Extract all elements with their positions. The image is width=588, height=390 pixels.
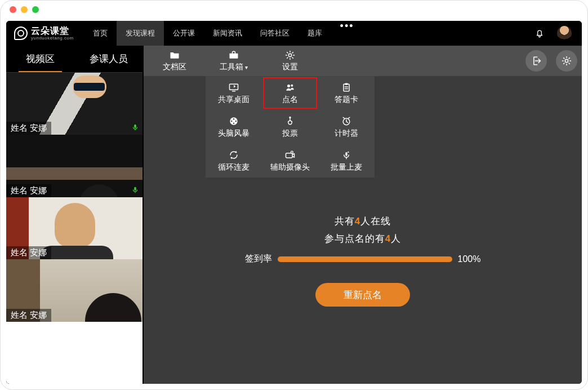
fullscreen-window-icon[interactable] [32, 6, 39, 13]
svg-point-17 [289, 116, 291, 118]
video-label: 姓名 安娜 [6, 309, 51, 322]
nav-items: 首页 发现课程 公开课 新闻资讯 问答社区 题库 ••• [84, 21, 363, 46]
settings-label: 设置 [282, 62, 298, 72]
toolbox-button[interactable]: 工具箱 [206, 46, 262, 76]
content-area: 文档区 工具箱 设置 [144, 46, 582, 384]
aux-camera-button[interactable]: 辅助摄像头 [262, 144, 318, 178]
dd-label: 共享桌面 [218, 95, 250, 105]
nav-qa[interactable]: 问答社区 [251, 21, 299, 46]
clipboard-icon [340, 82, 353, 93]
svg-rect-4 [230, 54, 238, 59]
share-desktop-button[interactable]: 共享桌面 [206, 76, 262, 110]
brainstorm-button[interactable]: 头脑风暴 [206, 110, 262, 144]
svg-point-6 [565, 59, 568, 62]
loop-mic-button[interactable]: 循环连麦 [206, 144, 262, 178]
svg-point-9 [291, 84, 293, 86]
doc-area-button[interactable]: 文档区 [144, 46, 206, 76]
nav-more-icon[interactable]: ••• [331, 21, 363, 46]
briefcase-icon [228, 50, 240, 61]
content-toolbar: 文档区 工具箱 设置 [144, 46, 582, 76]
toolbox-label: 工具箱 [220, 62, 248, 72]
traffic-lights [1, 1, 587, 12]
dd-label: 计时器 [335, 128, 358, 139]
nav-discover[interactable]: 发现课程 [117, 21, 164, 46]
svg-point-13 [233, 118, 235, 120]
video-label: 姓名 安娜 [6, 246, 51, 259]
rate-label: 签到率 [245, 253, 272, 265]
dd-label: 辅助摄像头 [270, 162, 310, 172]
tab-video[interactable]: 视频区 [6, 46, 74, 72]
rate-progress-bar [278, 256, 452, 262]
restart-rollcall-button[interactable]: 重新点名 [315, 283, 410, 307]
close-window-icon[interactable] [10, 6, 16, 13]
svg-rect-19 [286, 153, 293, 157]
app-frame: 云朵课堂 yunduoketang.com 首页 发现课程 公开课 新闻资讯 问… [6, 21, 582, 384]
exit-button[interactable] [525, 50, 547, 72]
video-tile[interactable]: 姓名 安娜 [6, 73, 142, 135]
toolbox-dropdown: 共享桌面 点名 答题卡 头脑风暴 [206, 76, 375, 178]
svg-point-15 [231, 120, 233, 122]
svg-point-14 [233, 122, 235, 124]
nav-open-class[interactable]: 公开课 [164, 21, 204, 46]
video-list: 姓名 安娜 姓名 安娜 姓名 安娜 姓名 安娜 [6, 73, 142, 384]
batch-mic-button[interactable]: 批量上麦 [318, 144, 375, 178]
checkin-rate-row: 签到率 100% [245, 253, 481, 265]
tab-participants[interactable]: 参课人员 [74, 46, 142, 72]
nav-home[interactable]: 首页 [84, 21, 117, 46]
rate-percent: 100% [458, 254, 481, 264]
video-tile[interactable]: 姓名 安娜 [6, 135, 142, 197]
participated-count: 4 [385, 233, 391, 244]
top-nav: 云朵课堂 yunduoketang.com 首页 发现课程 公开课 新闻资讯 问… [6, 21, 582, 46]
brand-sub: yunduoketang.com [31, 36, 74, 41]
video-tile[interactable] [6, 322, 142, 384]
dd-label: 循环连麦 [218, 162, 250, 172]
nav-news[interactable]: 新闻资讯 [204, 21, 251, 46]
dd-label: 点名 [282, 95, 298, 105]
vote-button[interactable]: 投票 [262, 110, 318, 144]
video-label: 姓名 安娜 [6, 122, 51, 135]
svg-rect-0 [134, 125, 136, 128]
svg-rect-10 [344, 84, 349, 91]
rollcall-panel: 共有4人在线 参与点名的有4人 签到率 100% 重新点名 [144, 215, 582, 307]
exit-icon [531, 55, 542, 67]
settings-round-button[interactable] [556, 50, 577, 72]
video-tile[interactable]: 姓名 安娜 [6, 259, 142, 321]
minimize-window-icon[interactable] [21, 6, 28, 13]
video-thumb [6, 322, 142, 384]
gear-icon [284, 50, 296, 61]
main-area: 视频区 参课人员 姓名 安娜 姓名 安娜 [6, 46, 582, 384]
touch-icon [284, 116, 296, 127]
mic-up-icon [340, 149, 353, 161]
video-label: 姓名 安娜 [6, 184, 51, 197]
video-tile[interactable]: 姓名 安娜 [6, 197, 142, 259]
video-sidebar: 视频区 参课人员 姓名 安娜 姓名 安娜 [6, 46, 144, 384]
timer-button[interactable]: 计时器 [318, 110, 375, 144]
svg-rect-21 [345, 152, 347, 156]
rollcall-online: 共有4人在线 [335, 215, 391, 228]
sidebar-tabs: 视频区 参课人员 [6, 46, 142, 73]
avatar[interactable] [557, 26, 572, 41]
gear-icon [561, 55, 572, 67]
online-count: 4 [355, 216, 360, 227]
alarm-icon [340, 116, 353, 127]
people-icon [284, 82, 296, 93]
settings-button[interactable]: 设置 [262, 46, 318, 76]
answer-card-button[interactable]: 答题卡 [318, 76, 375, 110]
mic-on-icon [131, 122, 139, 132]
nav-right [534, 26, 582, 41]
camera-plus-icon [284, 149, 296, 161]
nav-bank[interactable]: 题库 [299, 21, 331, 46]
brand-logo[interactable]: 云朵课堂 yunduoketang.com [6, 26, 84, 41]
svg-point-8 [287, 85, 290, 87]
folder-icon [168, 50, 181, 61]
film-reel-icon [228, 116, 240, 127]
svg-rect-11 [345, 83, 348, 85]
dd-label: 头脑风暴 [218, 128, 250, 139]
dd-label: 答题卡 [335, 95, 358, 105]
svg-rect-2 [134, 187, 136, 190]
bell-icon[interactable] [534, 28, 545, 38]
loop-icon [228, 149, 240, 161]
rollcall-button[interactable]: 点名 [262, 76, 318, 110]
dd-label: 批量上麦 [331, 162, 362, 172]
doc-area-label: 文档区 [163, 62, 186, 72]
